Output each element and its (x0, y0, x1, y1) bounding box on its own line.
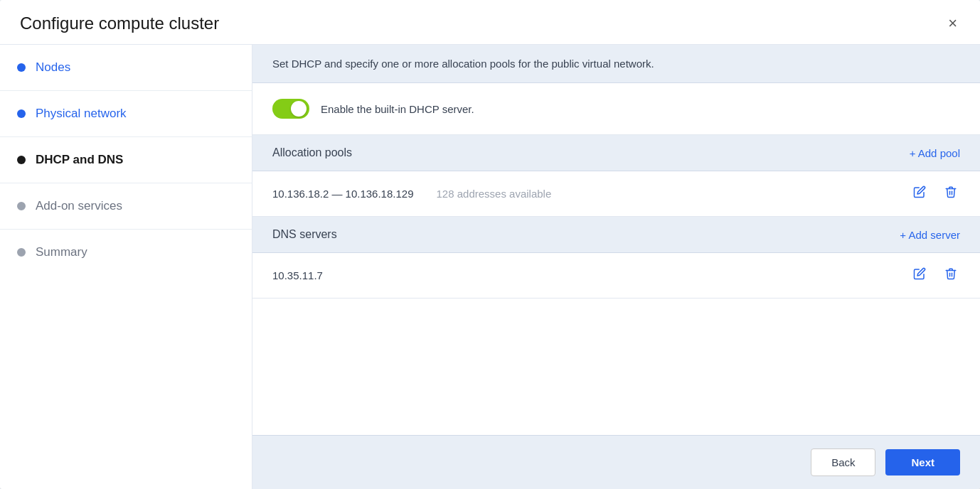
sidebar-item-summary[interactable]: Summary (0, 230, 252, 275)
sidebar-dot-add-on-services (17, 202, 26, 210)
pool-range: 10.136.18.2 — 10.136.18.129 (272, 188, 414, 200)
dns-servers-header: DNS servers + Add server (252, 217, 980, 253)
edit-dns-button[interactable] (910, 266, 929, 285)
sidebar-label-summary: Summary (36, 245, 87, 259)
back-button[interactable]: Back (811, 448, 875, 476)
dhcp-toggle[interactable] (272, 99, 309, 119)
allocation-pools-title: Allocation pools (272, 146, 352, 159)
pool-available: 128 addresses available (437, 188, 552, 200)
section-content: Enable the built-in DHCP server. Allocat… (252, 83, 980, 435)
sidebar-item-dhcp-dns: DHCP and DNS (0, 137, 252, 183)
pool-actions (910, 184, 960, 203)
next-button[interactable]: Next (885, 449, 960, 475)
dhcp-toggle-row: Enable the built-in DHCP server. (252, 83, 980, 135)
sidebar-dot-nodes (17, 63, 26, 72)
toggle-thumb (291, 101, 307, 117)
sidebar-dot-summary (17, 248, 26, 257)
close-button[interactable]: × (945, 13, 960, 34)
main-content: Set DHCP and specify one or more allocat… (252, 45, 980, 489)
sidebar-label-physical-network: Physical network (36, 107, 127, 121)
sidebar-item-nodes[interactable]: Nodes (0, 45, 252, 91)
footer-row: Back Next (252, 435, 980, 489)
sidebar-dot-physical-network (17, 109, 26, 118)
dialog-title: Configure compute cluster (20, 14, 219, 33)
dhcp-toggle-label: Enable the built-in DHCP server. (321, 103, 474, 115)
spacer (252, 299, 980, 435)
sidebar-dot-dhcp-dns (17, 156, 26, 164)
dns-ip: 10.35.11.7 (272, 269, 323, 281)
configure-compute-cluster-dialog: Configure compute cluster × NodesPhysica… (0, 0, 980, 489)
delete-dns-button[interactable] (942, 266, 960, 285)
sidebar-label-add-on-services: Add-on services (36, 199, 122, 213)
sidebar-item-add-on-services[interactable]: Add-on services (0, 183, 252, 230)
dialog-header: Configure compute cluster × (0, 0, 980, 45)
add-pool-button[interactable]: + Add pool (910, 147, 960, 159)
sidebar-label-dhcp-dns: DHCP and DNS (36, 153, 123, 167)
sidebar: NodesPhysical networkDHCP and DNSAdd-on … (0, 45, 252, 489)
sidebar-item-physical-network[interactable]: Physical network (0, 91, 252, 137)
pool-row: 10.136.18.2 — 10.136.18.129 128 addresse… (252, 171, 980, 217)
sidebar-label-nodes: Nodes (36, 60, 70, 75)
dns-actions (910, 266, 960, 285)
allocation-pools-header: Allocation pools + Add pool (252, 135, 980, 171)
dns-servers-title: DNS servers (272, 228, 337, 241)
add-server-button[interactable]: + Add server (900, 229, 960, 241)
dns-row: 10.35.11.7 (252, 253, 980, 299)
delete-pool-button[interactable] (942, 184, 960, 203)
dialog-body: NodesPhysical networkDHCP and DNSAdd-on … (0, 45, 980, 489)
info-text: Set DHCP and specify one or more allocat… (272, 58, 654, 70)
edit-pool-button[interactable] (910, 184, 929, 203)
info-bar: Set DHCP and specify one or more allocat… (252, 45, 980, 83)
